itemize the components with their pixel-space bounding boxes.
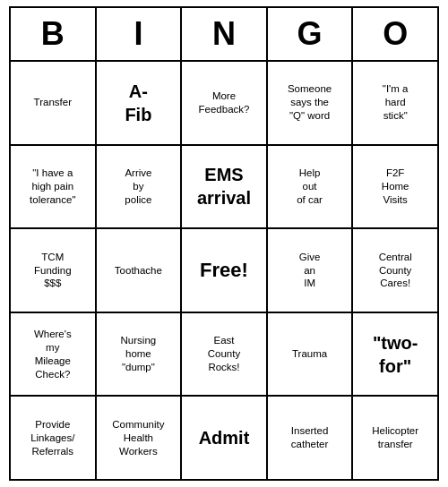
header-letter-b: B (11, 8, 97, 60)
bingo-cell-1-0: "I have ahigh paintolerance" (11, 146, 97, 228)
header-letter-n: N (182, 8, 268, 60)
bingo-row-2: TCMFunding$$$ToothacheFree!GiveanIMCentr… (11, 229, 437, 313)
header-letter-g: G (268, 8, 354, 60)
bingo-cell-4-4: Helicoptertransfer (353, 397, 437, 479)
bingo-row-4: ProvideLinkages/ReferralsCommunityHealth… (11, 397, 437, 479)
bingo-cell-2-4: CentralCountyCares! (353, 229, 437, 312)
bingo-cell-4-3: Insertedcatheter (268, 397, 354, 479)
bingo-cell-1-1: Arrivebypolice (97, 146, 183, 228)
bingo-cell-3-2: EastCountyRocks! (182, 313, 268, 396)
bingo-cell-2-0: TCMFunding$$$ (11, 229, 97, 312)
bingo-card: BINGO TransferA-FibMoreFeedback?Someones… (9, 6, 439, 481)
bingo-cell-0-1: A-Fib (97, 62, 183, 144)
bingo-row-1: "I have ahigh paintolerance"Arrivebypoli… (11, 146, 437, 230)
bingo-cell-0-4: "I'm ahardstick" (353, 62, 437, 144)
bingo-cell-3-4: "two-for" (353, 313, 437, 396)
bingo-cell-4-2: Admit (182, 397, 268, 479)
bingo-grid: TransferA-FibMoreFeedback?Someonesays th… (11, 62, 437, 479)
bingo-row-3: Where'smyMileageCheck?Nursinghome"dump"E… (11, 313, 437, 397)
bingo-cell-3-1: Nursinghome"dump" (97, 313, 183, 396)
header-letter-o: O (353, 8, 437, 60)
bingo-cell-3-3: Trauma (268, 313, 354, 396)
bingo-cell-0-0: Transfer (11, 62, 97, 144)
bingo-cell-2-1: Toothache (97, 229, 183, 312)
bingo-cell-4-1: CommunityHealthWorkers (97, 397, 183, 479)
header-letter-i: I (97, 8, 183, 60)
bingo-cell-0-3: Someonesays the"Q" word (268, 62, 354, 144)
bingo-cell-4-0: ProvideLinkages/Referrals (11, 397, 97, 479)
bingo-cell-1-2: EMSarrival (182, 146, 268, 228)
bingo-row-0: TransferA-FibMoreFeedback?Someonesays th… (11, 62, 437, 146)
bingo-cell-2-3: GiveanIM (268, 229, 354, 312)
bingo-cell-2-2: Free! (182, 229, 268, 312)
bingo-cell-3-0: Where'smyMileageCheck? (11, 313, 97, 396)
bingo-header: BINGO (11, 8, 437, 62)
bingo-cell-1-4: F2FHomeVisits (353, 146, 437, 228)
bingo-cell-0-2: MoreFeedback? (182, 62, 268, 144)
bingo-cell-1-3: Helpoutof car (268, 146, 354, 228)
